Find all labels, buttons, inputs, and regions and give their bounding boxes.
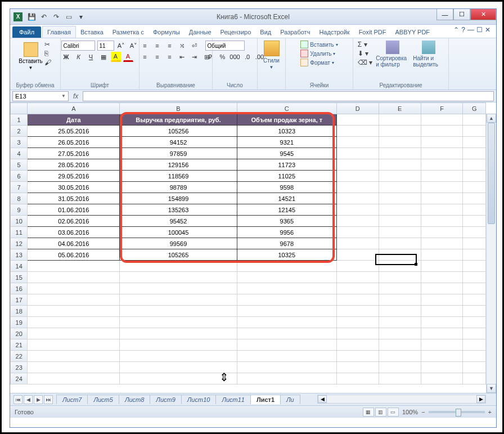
doc-restore-icon[interactable]: ☐ [476,26,483,34]
cell-D24[interactable] [336,373,379,384]
minimize-button[interactable]: — [436,9,453,20]
cell-D17[interactable] [336,294,379,306]
cell-G13[interactable] [463,249,486,261]
row-2[interactable]: 2 [11,126,28,137]
cell-E3[interactable] [379,137,421,148]
ribbon-tab-10[interactable]: ABBYY PDF [391,26,435,38]
cell-E13[interactable] [379,249,421,261]
cell-C22[interactable] [237,351,336,362]
cell-A2[interactable]: 25.05.2016 [28,126,120,137]
sheet-tab-4[interactable]: Лист10 [181,395,217,404]
cell-F9[interactable] [421,204,463,216]
zoom-slider[interactable] [429,411,485,413]
cell-B7[interactable]: 98789 [120,182,237,193]
cell-E19[interactable] [379,317,421,328]
cell-C8[interactable]: 14521 [237,193,336,204]
cell-A18[interactable] [28,306,120,317]
cell-A23[interactable] [28,362,120,373]
cell-A13[interactable]: 05.06.2016 [28,249,120,261]
hscroll-left-icon[interactable]: ◀ [318,395,327,403]
cell-C1[interactable]: Объем продаж зерна, т [237,114,336,126]
select-all[interactable] [11,103,28,114]
col-F[interactable]: F [421,103,463,114]
clear-icon[interactable]: ⌫ ▾ [358,59,372,66]
find-select-button[interactable]: Найти и выделить [413,41,444,68]
cell-B8[interactable]: 154899 [120,193,237,204]
cell-C5[interactable]: 11723 [237,159,336,171]
cell-E18[interactable] [379,306,421,317]
ribbon-tab-9[interactable]: Foxit PDF [354,26,391,38]
row-5[interactable]: 5 [11,159,28,171]
cell-F21[interactable] [421,339,463,351]
format-painter-icon[interactable]: 🖌 [44,59,51,66]
tab-next-icon[interactable]: ▶ [34,395,43,404]
vertical-scrollbar[interactable]: ▲ ▼ [486,114,496,393]
paste-button[interactable]: Вставить ▼ [20,41,42,72]
cell-C23[interactable] [237,362,336,373]
cell-G12[interactable] [463,238,486,249]
cell-B16[interactable] [120,283,237,294]
cell-E17[interactable] [379,294,421,306]
row-13[interactable]: 13 [11,249,28,261]
sheet-tab-0[interactable]: Лист7 [56,395,88,404]
cell-C17[interactable] [237,294,336,306]
cell-A16[interactable] [28,283,120,294]
cell-G10[interactable] [463,216,486,227]
cell-D5[interactable] [336,159,379,171]
cell-G15[interactable] [463,272,486,283]
cell-G8[interactable] [463,193,486,204]
cell-F17[interactable] [421,294,463,306]
cell-F3[interactable] [421,137,463,148]
cell-D16[interactable] [336,283,379,294]
row-16[interactable]: 16 [11,283,28,294]
cell-D4[interactable] [336,148,379,159]
cell-F14[interactable] [421,261,463,272]
cell-D11[interactable] [336,227,379,238]
cell-A11[interactable]: 03.06.2016 [28,227,120,238]
cell-A4[interactable]: 27.05.2016 [28,148,120,159]
cell-C4[interactable]: 9545 [237,148,336,159]
cell-A14[interactable] [28,261,120,272]
cell-A7[interactable]: 30.05.2016 [28,182,120,193]
cell-C14[interactable] [237,261,336,272]
cell-G1[interactable] [463,114,486,126]
hscroll-right-icon[interactable]: ▶ [476,395,485,403]
cell-E23[interactable] [379,362,421,373]
cell-B20[interactable] [120,328,237,339]
cell-G14[interactable] [463,261,486,272]
cell-F15[interactable] [421,272,463,283]
row-11[interactable]: 11 [11,227,28,238]
cell-D12[interactable] [336,238,379,249]
zoom-out-icon[interactable]: − [421,409,425,415]
view-normal-icon[interactable]: ▦ [363,408,374,417]
cell-B23[interactable] [120,362,237,373]
format-cells-button[interactable]: Формат ▾ [300,59,338,66]
tab-last-icon[interactable]: ⏭ [44,395,53,404]
align-left-icon[interactable]: ≡ [140,52,150,62]
indent-dec-icon[interactable]: ⇤ [177,52,187,62]
cell-F24[interactable] [421,373,463,384]
cell-E1[interactable] [379,114,421,126]
cell-G7[interactable] [463,182,486,193]
cell-C20[interactable] [237,328,336,339]
doc-close-icon[interactable]: ✕ [485,26,490,34]
align-right-icon[interactable]: ≡ [165,52,175,62]
align-center-icon[interactable]: ≡ [152,52,163,62]
cell-G2[interactable] [463,126,486,137]
cell-F1[interactable] [421,114,463,126]
italic-icon[interactable]: К [74,52,84,62]
sort-filter-button[interactable]: Сортировка и фильтр [376,41,410,68]
autosum-icon[interactable]: Σ ▾ [358,41,372,48]
percent-icon[interactable]: % [218,52,228,62]
cell-F13[interactable] [421,249,463,261]
cell-E8[interactable] [379,193,421,204]
cell-D15[interactable] [336,272,379,283]
currency-icon[interactable]: ₽ [205,52,215,62]
row-24[interactable]: 24 [11,373,28,384]
cell-G9[interactable] [463,204,486,216]
cell-G23[interactable] [463,362,486,373]
row-9[interactable]: 9 [11,204,28,216]
cell-D2[interactable] [336,126,379,137]
close-button[interactable]: ✕ [470,9,496,20]
cell-E10[interactable] [379,216,421,227]
